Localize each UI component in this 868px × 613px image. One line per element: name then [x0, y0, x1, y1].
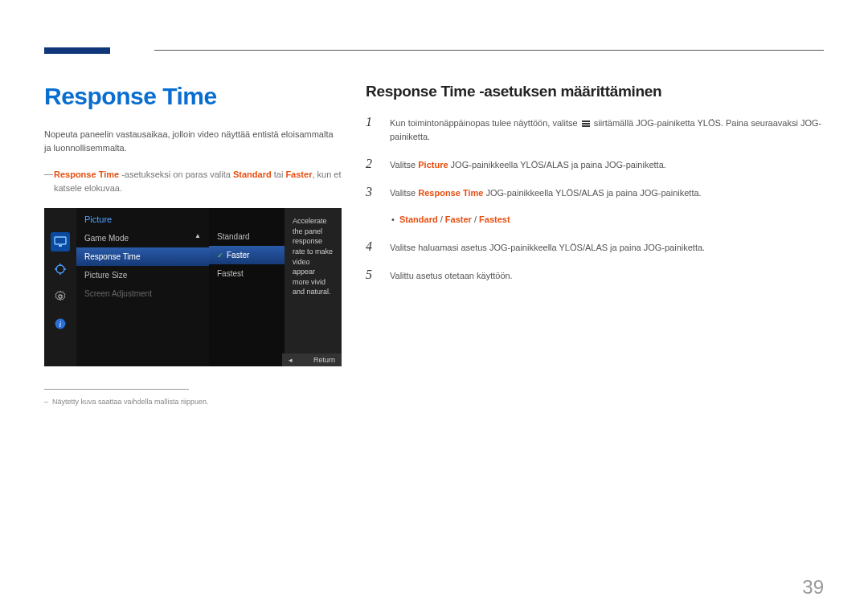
step-number: 2: [366, 157, 377, 171]
header-rule: [44, 43, 824, 59]
osd-sub-faster: Faster: [209, 246, 285, 264]
note-highlight-3: Faster: [285, 170, 312, 179]
step-4: 4 Valitse haluamasi asetus JOG-painikkee…: [366, 239, 824, 255]
svg-point-3: [59, 295, 62, 298]
step-number: 3: [366, 185, 377, 199]
info-icon: i: [51, 314, 70, 333]
osd-submenu: Standard Faster Fastest: [209, 208, 285, 366]
menu-icon: [582, 121, 590, 127]
step-1: 1 Kun toimintonäppäinopas tulee näyttöön…: [366, 115, 824, 144]
gear-icon: [51, 287, 70, 306]
note-paragraph: Response Time -asetukseksi on paras vali…: [44, 168, 342, 195]
osd-screenshot: i Picture Game Mode▲ Response Time Pictu…: [44, 208, 342, 366]
osd-return-label: Return: [313, 356, 335, 364]
svg-rect-0: [55, 237, 66, 244]
target-icon: [51, 260, 70, 279]
step3-highlight: Response Time: [418, 188, 483, 198]
intro-paragraph: Nopeuta paneelin vastausaikaa, jolloin v…: [44, 128, 342, 155]
note-highlight-2: Standard: [233, 170, 272, 179]
steps-list: 1 Kun toimintonäppäinopas tulee näyttöön…: [366, 115, 824, 283]
osd-main-menu: Picture Game Mode▲ Response Time Picture…: [76, 208, 209, 366]
osd-menu-title: Picture: [76, 208, 209, 229]
osd-footer: ◂ Return: [282, 353, 342, 366]
svg-point-2: [56, 265, 64, 273]
step-options: Standard / Faster / Fastest: [366, 213, 824, 227]
options-bullet: Standard / Faster / Fastest: [390, 215, 510, 224]
svg-text:i: i: [59, 320, 62, 329]
page-number: 39: [802, 576, 824, 599]
step-number: 4: [366, 239, 377, 254]
note-highlight-1: Response Time: [54, 170, 119, 179]
osd-description: Accelerate the panel response rate to ma…: [285, 208, 342, 366]
step-number: 1: [366, 115, 377, 129]
subsection-title: Response Time -asetuksen määrittäminen: [366, 83, 824, 100]
step-2: 2 Valitse Picture JOG-painikkeella YLÖS/…: [366, 157, 824, 172]
osd-icon-rail: i: [44, 208, 76, 366]
left-column: Response Time Nopeuta paneelin vastausai…: [44, 83, 342, 406]
osd-item-screen-adjustment: Screen Adjustment: [76, 284, 209, 303]
svg-rect-1: [59, 245, 62, 247]
back-arrow-icon: ◂: [289, 356, 293, 364]
osd-item-game-mode: Game Mode▲: [76, 229, 209, 247]
osd-item-picture-size: Picture Size: [76, 266, 209, 284]
step2-highlight: Picture: [418, 160, 448, 170]
step-number: 5: [366, 268, 377, 282]
osd-sub-fastest: Fastest: [209, 264, 285, 283]
section-title: Response Time: [44, 83, 342, 110]
step-5: 5 Valittu asetus otetaan käyttöön.: [366, 268, 824, 283]
footnote-divider: [44, 389, 189, 390]
osd-sub-standard: Standard: [209, 227, 285, 246]
monitor-icon: [51, 232, 70, 251]
header-accent-bar: [44, 47, 110, 54]
right-column: Response Time -asetuksen määrittäminen 1…: [366, 83, 824, 406]
manual-page: Response Time Nopeuta paneelin vastausai…: [0, 0, 868, 406]
osd-item-response-time: Response Time: [76, 247, 209, 266]
footnote-text: Näytetty kuva saattaa vaihdella mallista…: [44, 398, 342, 406]
header-divider: [154, 50, 824, 51]
step-3: 3 Valitse Response Time JOG-painikkeella…: [366, 185, 824, 200]
